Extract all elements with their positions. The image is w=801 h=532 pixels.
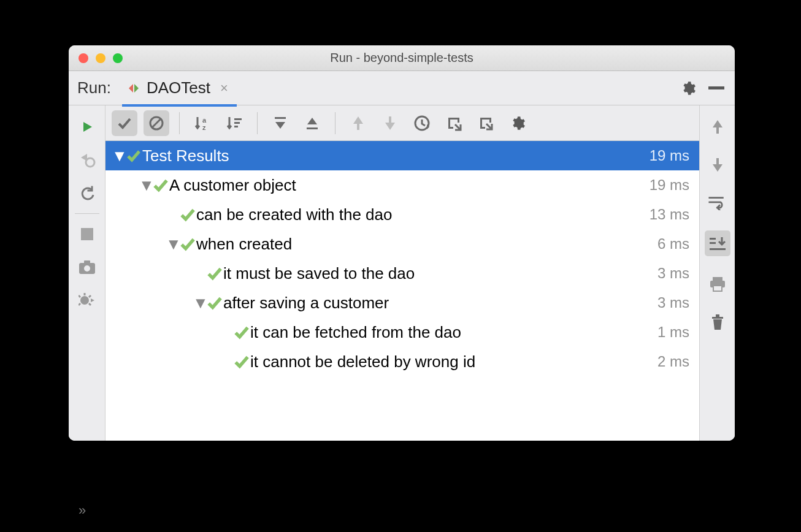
tree-row-label: can be created with the dao (196, 205, 650, 224)
pass-icon (179, 236, 196, 252)
tree-row-time: 1 ms (657, 324, 689, 341)
tree-row-label: A customer object (169, 176, 650, 195)
svg-rect-22 (713, 286, 722, 291)
test-tree[interactable]: ▼ Test Results 19 ms ▼A customer object1… (105, 141, 699, 441)
expand-all-button[interactable] (267, 110, 293, 136)
settings-button[interactable] (678, 78, 698, 98)
tree-root-label: Test Results (142, 146, 650, 165)
tree-row[interactable]: ▼A customer object19 ms (105, 170, 699, 200)
sort-duration-button[interactable] (221, 110, 247, 136)
next-failed-button[interactable] (377, 110, 403, 136)
svg-rect-0 (708, 86, 724, 89)
tree-root-row[interactable]: ▼ Test Results 19 ms (105, 141, 699, 170)
pass-icon (125, 148, 142, 163)
right-gutter (699, 105, 735, 441)
tree-row-time: 3 ms (657, 265, 689, 282)
expand-icon[interactable]: ▼ (193, 294, 206, 313)
tree-row-label: after saving a customer (223, 294, 657, 313)
svg-rect-13 (234, 126, 238, 127)
panel-body: az (69, 105, 735, 441)
pass-icon (206, 295, 223, 311)
tree-row-time: 13 ms (650, 206, 689, 223)
tree-root-time: 19 ms (650, 147, 689, 164)
clear-button[interactable] (707, 311, 728, 332)
test-history-button[interactable] (409, 110, 435, 136)
tree-row[interactable]: can be created with the dao13 ms (105, 200, 699, 229)
tab-label: DAOTest (147, 78, 210, 97)
screenshot-button[interactable] (69, 251, 105, 284)
sort-alpha-button[interactable]: az (190, 110, 215, 136)
test-toolbar: az (105, 105, 699, 141)
scroll-up-button[interactable] (707, 116, 728, 137)
expand-handle-icon[interactable]: » (79, 503, 86, 519)
window-title: Run - beyond-simple-tests (69, 51, 735, 65)
svg-rect-12 (234, 122, 240, 124)
stop-button[interactable] (69, 218, 105, 251)
pass-icon (233, 354, 250, 370)
tab-row: Run: DAOTest × (69, 71, 735, 105)
expand-icon[interactable]: ▼ (166, 235, 179, 254)
pass-icon (233, 324, 250, 340)
scroll-down-button[interactable] (707, 154, 728, 175)
tree-row-time: 19 ms (650, 177, 689, 194)
pass-icon (179, 207, 196, 222)
tree-row[interactable]: it can be fetched from the dao1 ms (105, 317, 699, 347)
pass-icon (206, 265, 223, 281)
svg-text:z: z (202, 124, 206, 131)
svg-rect-17 (710, 238, 716, 240)
tree-row-label: it must be saved to the dao (223, 264, 657, 283)
rerun-failed-button[interactable] (69, 143, 105, 177)
svg-point-6 (80, 296, 89, 305)
svg-point-5 (84, 265, 90, 272)
tree-row-label: it can be fetched from the dao (250, 323, 657, 342)
svg-rect-19 (710, 248, 726, 250)
svg-rect-18 (710, 242, 716, 244)
expand-icon[interactable]: ▼ (139, 176, 152, 195)
show-ignored-button[interactable] (144, 110, 169, 136)
tree-row[interactable]: it must be saved to the dao3 ms (105, 259, 699, 288)
svg-rect-11 (234, 118, 242, 120)
expand-icon[interactable]: ▼ (112, 146, 125, 165)
svg-text:a: a (202, 116, 207, 124)
svg-rect-2 (81, 228, 93, 240)
soft-wrap-button[interactable] (707, 192, 728, 213)
tree-row-time: 3 ms (657, 294, 689, 311)
svg-rect-15 (307, 127, 318, 129)
svg-point-1 (86, 158, 94, 167)
svg-rect-14 (275, 117, 286, 119)
run-label: Run: (77, 78, 111, 97)
pass-icon (152, 177, 169, 193)
tree-row[interactable]: ▼after saving a customer3 ms (105, 288, 699, 317)
debug-dump-button[interactable] (69, 284, 105, 317)
tree-row[interactable]: it cannot be deleted by wrong id2 ms (105, 347, 699, 376)
close-tab-icon[interactable]: × (220, 80, 228, 96)
hide-button[interactable] (707, 78, 726, 98)
left-gutter (69, 105, 105, 441)
show-passed-button[interactable] (112, 110, 137, 136)
svg-rect-23 (712, 317, 723, 319)
print-button[interactable] (707, 273, 728, 294)
tree-row[interactable]: ▼when created6 ms (105, 229, 699, 259)
tree-row-label: it cannot be deleted by wrong id (250, 352, 657, 371)
main-area: az (105, 105, 699, 441)
collapse-all-button[interactable] (299, 110, 325, 136)
prev-failed-button[interactable] (345, 110, 371, 136)
tree-row-time: 6 ms (657, 235, 689, 253)
titlebar: Run - beyond-simple-tests (69, 45, 735, 71)
tree-row-time: 2 ms (657, 353, 689, 370)
import-tests-button[interactable] (441, 110, 467, 136)
svg-rect-4 (84, 260, 90, 264)
run-button[interactable] (69, 110, 105, 143)
run-config-tab[interactable]: DAOTest × (122, 72, 237, 107)
scroll-to-end-button[interactable] (705, 230, 730, 256)
toggle-auto-test-button[interactable] (69, 177, 105, 210)
svg-rect-20 (713, 277, 722, 281)
test-config-icon (127, 82, 140, 95)
export-tests-button[interactable] (473, 110, 499, 136)
tree-row-label: when created (196, 235, 657, 254)
svg-line-8 (152, 119, 161, 127)
run-tool-window: Run - beyond-simple-tests Run: DAOTest × (69, 45, 735, 441)
svg-rect-24 (716, 314, 719, 317)
test-settings-button[interactable] (505, 110, 531, 136)
